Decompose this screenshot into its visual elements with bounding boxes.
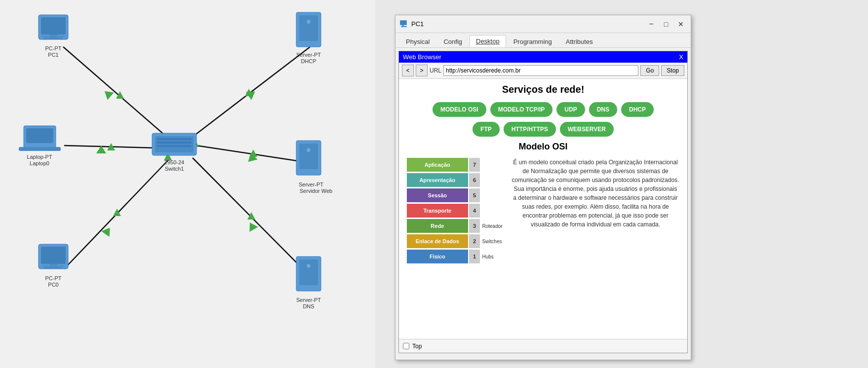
svg-rect-48 — [299, 144, 318, 169]
nav-buttons-row2: FTP HTTP/HTTPS WEBSERVER — [407, 122, 679, 137]
browser-bottom-bar: Top — [399, 339, 687, 353]
tab-config[interactable]: Config — [437, 36, 469, 47]
svg-text:DNS: DNS — [303, 303, 314, 309]
forward-button[interactable]: > — [416, 65, 428, 76]
osi-layer-1-num: 1 — [469, 250, 480, 263]
nav-btn-dhcp[interactable]: DHCP — [621, 102, 654, 117]
nav-btn-dns[interactable]: DNS — [589, 102, 617, 117]
osi-layer-2-num: 2 — [469, 234, 480, 248]
osi-layer-2-label: Switches — [482, 239, 506, 244]
osi-layer-6: Apresentação — [407, 173, 468, 187]
url-label: URL — [430, 67, 441, 74]
titlebar: PC1 − □ ✕ — [395, 15, 691, 33]
svg-rect-66 — [402, 25, 404, 26]
svg-point-61 — [307, 264, 311, 268]
svg-rect-43 — [157, 142, 192, 144]
osi-layer-5-num: 5 — [469, 188, 480, 202]
svg-text:DHCP: DHCP — [301, 58, 316, 64]
svg-rect-53 — [41, 247, 66, 264]
svg-text:PC1: PC1 — [48, 52, 58, 58]
browser-titlebar: Web Browser X — [399, 51, 687, 63]
network-diagram: PC-PT PC1 Server-PT DHCP Laptop-PT Lapto… — [0, 0, 375, 368]
osi-model-diagram: Aplicação 7 Apresentação 6 Sessão 5 — [407, 158, 506, 265]
svg-rect-42 — [157, 138, 192, 140]
osi-layer-1: Físico — [407, 250, 468, 263]
tab-programming[interactable]: Programming — [507, 36, 558, 47]
svg-rect-26 — [43, 37, 63, 39]
nav-buttons-row1: MODELO OSI MODELO TCP/IP UDP DNS DHCP — [407, 102, 679, 117]
browser-close-button[interactable]: X — [679, 53, 683, 61]
svg-rect-31 — [299, 15, 318, 41]
browser-toolbar: < > URL Go Stop — [399, 63, 687, 79]
svg-text:Server-PT: Server-PT — [296, 297, 321, 303]
svg-text:Server-PT: Server-PT — [296, 52, 321, 58]
maximize-button[interactable]: □ — [660, 18, 672, 30]
pc-icon — [399, 20, 408, 29]
osi-layer-7: Aplicação — [407, 158, 468, 172]
nav-btn-osi[interactable]: MODELO OSI — [433, 102, 486, 117]
browser-title: Web Browser — [403, 53, 441, 61]
osi-layer-5: Sessão — [407, 188, 468, 202]
svg-rect-44 — [157, 145, 192, 147]
tabs-bar: Physical Config Desktop Programming Attr… — [395, 33, 691, 48]
tab-attributes[interactable]: Attributes — [559, 36, 599, 47]
osi-section-title: Modelo OSI — [407, 142, 679, 152]
browser-content: Serviços de rede! MODELO OSI MODELO TCP/… — [399, 79, 687, 339]
osi-layer-3-label: Roteador — [482, 223, 506, 229]
top-label: Top — [412, 343, 422, 350]
osi-layer-2: Enlace de Dados — [407, 234, 468, 248]
nav-btn-tcpip[interactable]: MODELO TCP/IP — [490, 102, 553, 117]
tab-desktop[interactable]: Desktop — [470, 35, 506, 47]
svg-text:Laptop-PT: Laptop-PT — [27, 154, 52, 160]
nav-btn-ftp[interactable]: FTP — [473, 122, 500, 137]
svg-rect-24 — [41, 17, 66, 35]
svg-rect-55 — [43, 267, 63, 269]
window-title: PC1 — [411, 20, 642, 28]
svg-rect-36 — [26, 128, 53, 143]
osi-layer-6-num: 6 — [469, 173, 480, 187]
svg-text:PC-PT: PC-PT — [45, 275, 62, 281]
svg-text:2950-24: 2950-24 — [164, 159, 184, 165]
svg-rect-65 — [400, 21, 406, 25]
osi-layer-3: Rede — [407, 219, 468, 233]
minimize-button[interactable]: − — [645, 18, 657, 30]
osi-layer-4: Transporte — [407, 204, 468, 218]
svg-point-49 — [307, 148, 311, 152]
svg-rect-60 — [299, 259, 318, 285]
svg-rect-67 — [401, 26, 407, 27]
osi-description: É um modelo conceitual criado pela Organ… — [512, 158, 679, 229]
back-button[interactable]: < — [402, 65, 414, 76]
svg-rect-56 — [42, 265, 65, 266]
web-browser-panel: Web Browser X < > URL Go Stop Serviços d… — [398, 51, 688, 353]
osi-layer-1-label: Hubs — [482, 254, 506, 259]
top-checkbox[interactable] — [403, 343, 409, 349]
url-input[interactable] — [443, 65, 638, 76]
svg-text:Server-PT: Server-PT — [299, 182, 323, 187]
nav-btn-http[interactable]: HTTP/HTTPS — [504, 122, 556, 137]
svg-rect-27 — [42, 36, 65, 37]
svg-text:Servidor Web: Servidor Web — [300, 188, 332, 194]
osi-layer-3-num: 3 — [469, 219, 480, 233]
osi-layer-7-num: 7 — [469, 158, 480, 172]
nav-btn-webserver[interactable]: WEBSERVER — [560, 122, 614, 137]
osi-layer-4-num: 4 — [469, 204, 480, 218]
svg-point-32 — [307, 20, 311, 24]
page-heading: Serviços de rede! — [407, 84, 679, 95]
go-button[interactable]: Go — [640, 65, 659, 76]
svg-rect-37 — [19, 147, 61, 151]
svg-text:Switch1: Switch1 — [165, 166, 184, 172]
nav-btn-udp[interactable]: UDP — [556, 102, 585, 117]
svg-text:PC-PT: PC-PT — [45, 45, 62, 51]
svg-text:Laptop0: Laptop0 — [30, 160, 49, 166]
tab-physical[interactable]: Physical — [399, 36, 436, 47]
svg-text:PC0: PC0 — [48, 282, 58, 288]
osi-section: Aplicação 7 Apresentação 6 Sessão 5 — [407, 158, 679, 265]
pc1-window: PC1 − □ ✕ Physical Config Desktop Progra… — [395, 15, 691, 360]
close-button[interactable]: ✕ — [675, 18, 687, 30]
stop-button[interactable]: Stop — [661, 65, 684, 76]
